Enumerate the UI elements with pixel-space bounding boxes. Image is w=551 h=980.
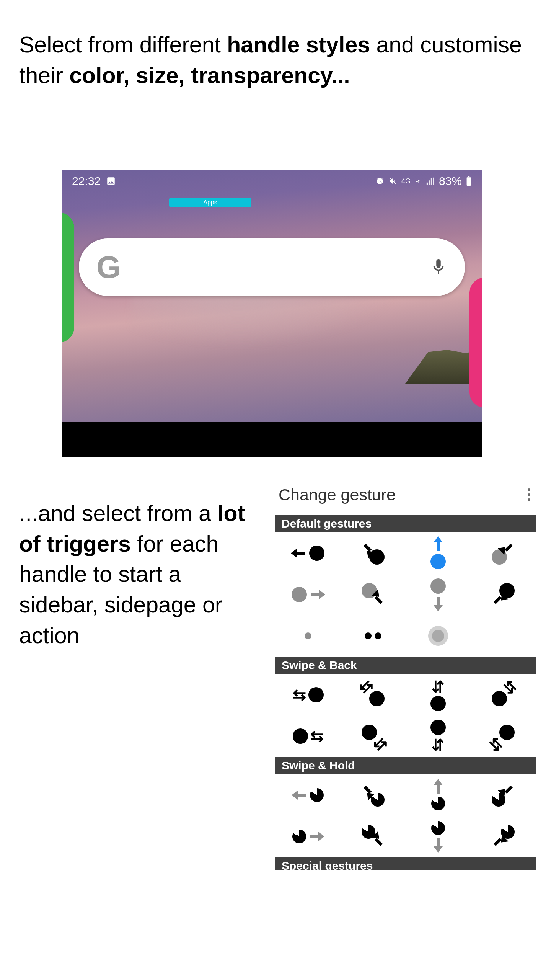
gesture-panel: Change gesture Default gestures: [276, 485, 536, 870]
gesture-swipe-left[interactable]: [276, 532, 341, 574]
overflow-menu-icon[interactable]: [525, 486, 533, 503]
mute-icon: [388, 176, 398, 186]
gesture-swipe-up-back[interactable]: ⇆: [406, 674, 471, 715]
gesture-swipe-down-hold[interactable]: [406, 816, 471, 857]
gesture-swipe-upright-hold[interactable]: [471, 774, 536, 816]
section-swipe-hold: Swipe & Hold: [276, 757, 536, 774]
svg-rect-0: [467, 177, 471, 186]
gesture-swipe-up-left[interactable]: [341, 532, 406, 574]
phone-screenshot: 22:32 4G 83% Apps G: [62, 170, 482, 457]
section-swipe-back: Swipe & Back: [276, 657, 536, 674]
gesture-long-press[interactable]: [406, 615, 471, 657]
gesture-swipe-right-hold[interactable]: [276, 816, 341, 857]
gesture-swipe-down-left[interactable]: [471, 574, 536, 615]
apps-handle[interactable]: Apps: [169, 198, 251, 207]
image-icon: [106, 176, 116, 186]
gesture-swipe-right-back[interactable]: ⇆: [276, 715, 341, 757]
network-label: 4G: [401, 177, 411, 185]
wallpaper: [62, 170, 482, 422]
left-edge-handle[interactable]: [62, 212, 74, 343]
clock: 22:32: [72, 175, 101, 188]
alarm-icon: [375, 176, 385, 186]
swipe-back-grid: ⇆ ⇆ ⇆ ⇆ ⇆ ⇆ ⇆ ⇆: [276, 674, 536, 757]
data-arrows-icon: [414, 177, 421, 185]
gesture-swipe-up-hold[interactable]: [406, 774, 471, 816]
google-search-bar[interactable]: G: [79, 238, 465, 296]
text: Select from different: [19, 32, 227, 57]
swipe-hold-grid: [276, 774, 536, 857]
gesture-swipe-downright-back[interactable]: ⇆: [341, 715, 406, 757]
gesture-double-tap[interactable]: [341, 615, 406, 657]
bold: handle styles: [227, 32, 370, 57]
svg-rect-1: [468, 176, 469, 177]
intro-caption-1: Select from different handle styles and …: [19, 30, 536, 91]
empty: [471, 615, 536, 657]
gesture-tap[interactable]: [276, 615, 341, 657]
apps-label: Apps: [203, 199, 217, 206]
gesture-swipe-upright-back[interactable]: ⇆: [471, 674, 536, 715]
text: ...and select from a: [19, 501, 217, 526]
bold: color, size, transparency...: [69, 63, 350, 88]
gesture-swipe-downleft-hold[interactable]: [471, 816, 536, 857]
google-g-icon: G: [96, 249, 121, 285]
gesture-swipe-left-hold[interactable]: [276, 774, 341, 816]
signal-icon: [425, 177, 435, 185]
gesture-swipe-downleft-back[interactable]: ⇆: [471, 715, 536, 757]
gesture-swipe-down[interactable]: [406, 574, 471, 615]
gesture-swipe-up-right[interactable]: [471, 532, 536, 574]
gesture-swipe-upleft-back[interactable]: ⇆: [341, 674, 406, 715]
gesture-swipe-left-back[interactable]: ⇆: [276, 674, 341, 715]
mic-icon[interactable]: [430, 255, 447, 279]
battery-icon: [466, 176, 472, 186]
gesture-swipe-upleft-hold[interactable]: [341, 774, 406, 816]
intro-caption-2: ...and select from a lot of triggers for…: [19, 498, 264, 651]
gesture-swipe-downright-hold[interactable]: [341, 816, 406, 857]
default-gestures-grid: [276, 532, 536, 657]
gesture-swipe-down-back[interactable]: ⇆: [406, 715, 471, 757]
right-edge-handle[interactable]: [469, 278, 482, 408]
status-bar: 22:32 4G 83%: [62, 170, 482, 192]
section-default-gestures: Default gestures: [276, 515, 536, 532]
gesture-swipe-down-right[interactable]: [341, 574, 406, 615]
battery-percent: 83%: [439, 175, 462, 188]
panel-title: Change gesture: [279, 485, 396, 504]
svg-rect-2: [436, 259, 441, 268]
gesture-swipe-up[interactable]: [406, 532, 471, 574]
section-special-gestures: Special gestures: [276, 857, 536, 870]
gesture-swipe-right[interactable]: [276, 574, 341, 615]
